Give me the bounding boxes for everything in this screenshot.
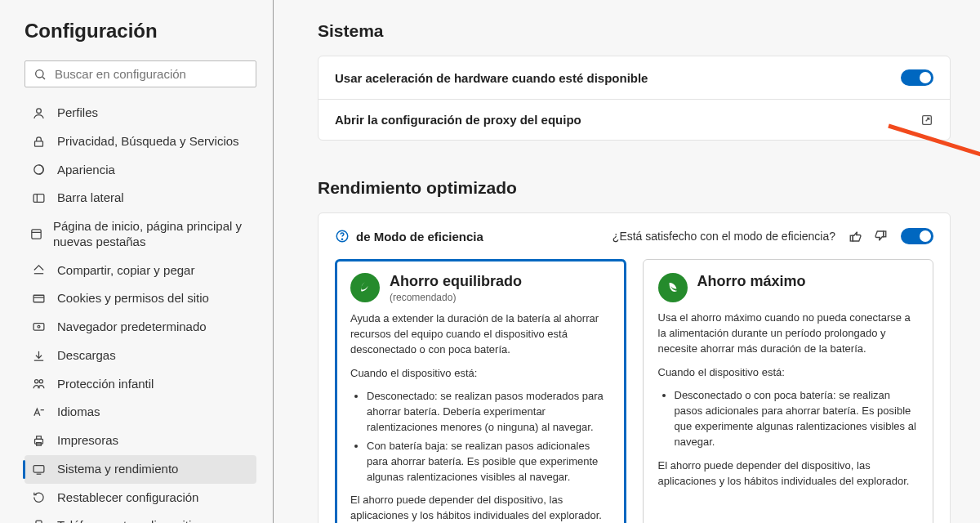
balanced-body: Ayuda a extender la duración de la bater… — [350, 311, 611, 523]
appearance-icon — [29, 163, 47, 177]
svg-line-1 — [42, 77, 45, 79]
svg-point-2 — [36, 109, 41, 114]
sidebar-item-appearance[interactable]: Apariencia — [24, 156, 256, 185]
family-icon — [29, 377, 47, 391]
feedback-question: ¿Está satisfecho con el modo de eficienc… — [612, 230, 835, 243]
svg-point-14 — [34, 380, 38, 383]
efficiency-toggle[interactable] — [901, 228, 933, 244]
svg-rect-18 — [36, 436, 41, 440]
sidebar-item-family[interactable]: Protección infantil — [24, 370, 256, 399]
system-icon — [29, 463, 47, 476]
phone-icon — [29, 519, 47, 523]
sidebar-item-downloads[interactable]: Descargas — [24, 342, 256, 370]
sidebar-item-phone[interactable]: Teléfono y otros dispositivos — [24, 512, 256, 523]
cookies-icon — [29, 292, 47, 306]
system-section-title: Sistema — [318, 21, 951, 41]
sidebar-item-start-page[interactable]: Página de inicio, página principal y nue… — [24, 212, 256, 257]
proxy-settings-label: Abrir la configuración de proxy del equi… — [335, 113, 581, 127]
lock-icon — [29, 135, 47, 149]
hardware-accel-row: Usar aceleración de hardware cuando esté… — [318, 56, 950, 99]
settings-sidebar: Configuración Perfiles Privacidad, Búsqu… — [0, 0, 274, 523]
printer-icon — [29, 434, 47, 448]
hardware-accel-toggle[interactable] — [901, 69, 933, 86]
sidebar-item-reset[interactable]: Restablecer configuración — [24, 484, 256, 512]
external-link-icon — [920, 114, 933, 127]
home-icon — [29, 227, 43, 241]
profile-icon — [29, 106, 47, 120]
sidebar-item-sidebar[interactable]: Barra lateral — [24, 184, 256, 212]
leaf-icon — [658, 273, 688, 302]
sidebar-item-printers[interactable]: Impresoras — [24, 427, 256, 455]
svg-rect-7 — [32, 230, 41, 239]
settings-nav: Perfiles Privacidad, Búsqueda y Servicio… — [24, 99, 256, 523]
svg-rect-9 — [33, 295, 44, 302]
sidebar-item-system[interactable]: Sistema y rendimiento — [24, 455, 256, 484]
balanced-savings-option[interactable]: Ahorro equilibrado (recomendado) Ayuda a… — [335, 259, 626, 523]
language-icon — [29, 405, 47, 419]
svg-point-12 — [38, 325, 40, 328]
svg-rect-3 — [34, 141, 42, 145]
settings-title: Configuración — [24, 20, 256, 42]
svg-rect-11 — [33, 323, 44, 330]
perf-section-title: Rendimiento optimizado — [318, 178, 951, 198]
svg-point-26 — [341, 239, 342, 239]
efficiency-options: Ahorro equilibrado (recomendado) Ayuda a… — [335, 259, 933, 523]
sidebar-item-privacy[interactable]: Privacidad, Búsqueda y Servicios — [24, 127, 256, 156]
max-savings-option[interactable]: Ahorro máximo Usa el ahorro máximo cuand… — [643, 259, 934, 523]
search-input[interactable] — [55, 67, 247, 81]
sidebar-item-share[interactable]: Compartir, copiar y pegar — [24, 257, 256, 285]
sidebar-item-cookies[interactable]: Cookies y permisos del sitio — [24, 284, 256, 313]
browser-icon — [29, 320, 47, 334]
thumbs-up-icon[interactable] — [849, 229, 863, 244]
svg-point-15 — [39, 380, 42, 383]
share-icon — [29, 263, 47, 277]
svg-rect-28 — [884, 231, 886, 237]
download-icon — [29, 349, 47, 363]
search-box[interactable] — [24, 60, 256, 87]
svg-rect-5 — [33, 194, 44, 203]
max-body: Usa el ahorro máximo cuando no pueda con… — [658, 311, 919, 489]
svg-rect-27 — [850, 235, 853, 241]
balanced-title: Ahorro equilibrado — [390, 273, 522, 290]
proxy-settings-row[interactable]: Abrir la configuración de proxy del equi… — [318, 99, 950, 140]
system-card: Usar aceleración de hardware cuando esté… — [318, 56, 951, 141]
efficiency-header: de Modo de eficiencia ¿Está satisfecho c… — [335, 228, 933, 244]
sidebar-item-default-browser[interactable]: Navegador predeterminado — [24, 313, 256, 342]
sidebar-item-profiles[interactable]: Perfiles — [24, 99, 256, 127]
balanced-subtitle: (recomendado) — [390, 292, 522, 303]
help-icon[interactable] — [335, 229, 350, 244]
main-content: Sistema Usar aceleración de hardware cua… — [274, 0, 980, 523]
hardware-accel-label: Usar aceleración de hardware cuando esté… — [335, 71, 648, 85]
sidebar-item-languages[interactable]: Idiomas — [24, 398, 256, 427]
leaf-icon — [350, 273, 380, 302]
efficiency-card: de Modo de eficiencia ¿Está satisfecho c… — [318, 212, 951, 523]
max-title: Ahorro máximo — [697, 273, 806, 290]
thumbs-down-icon[interactable] — [873, 229, 888, 244]
efficiency-title: de Modo de eficiencia — [356, 230, 483, 244]
search-icon — [33, 68, 47, 81]
sidebar-icon — [29, 191, 47, 205]
svg-point-0 — [36, 69, 43, 77]
svg-rect-20 — [33, 465, 44, 472]
reset-icon — [29, 490, 47, 504]
